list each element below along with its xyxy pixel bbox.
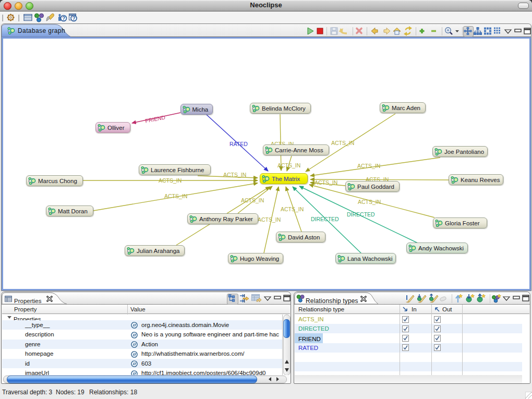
svg-text:?: ?: [62, 16, 65, 21]
svg-text:?: ?: [72, 16, 75, 21]
